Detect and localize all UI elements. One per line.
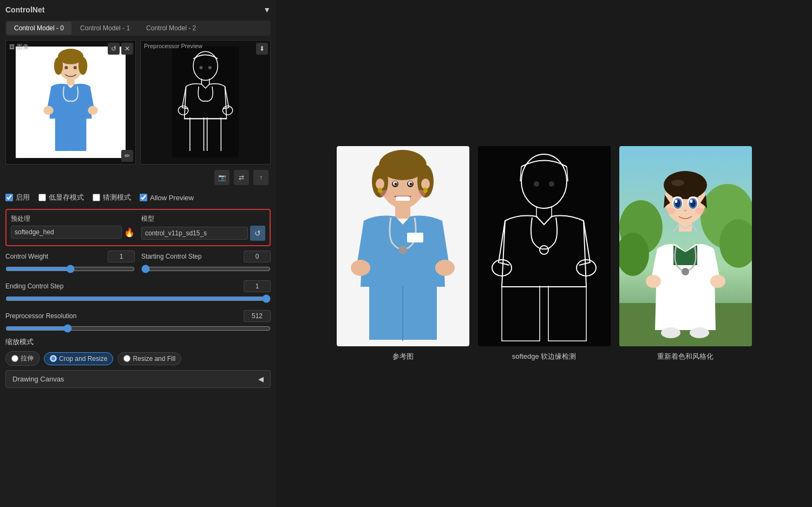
download-preview-btn[interactable]: ⬇: [256, 43, 268, 55]
gallery-image-1: [478, 146, 611, 346]
drawing-canvas-btn[interactable]: Drawing Canvas ◀: [5, 370, 271, 388]
svg-point-6: [43, 106, 53, 115]
svg-point-38: [394, 182, 397, 185]
scale-resize-fill-radio[interactable]: [123, 355, 130, 362]
svg-point-12: [74, 66, 77, 69]
svg-point-51: [549, 181, 554, 187]
svg-point-7: [88, 106, 97, 115]
starting-step-label: Starting Control Step: [141, 253, 201, 260]
collapse-icon[interactable]: ▼: [263, 5, 271, 14]
control-weight-label: Control Weight: [5, 253, 48, 260]
preprocessor-select-row: softedge_hed 🔥: [11, 226, 135, 239]
gallery-anime-svg: [619, 146, 752, 346]
starting-step-label-row: Starting Control Step: [141, 251, 271, 262]
ending-step-value[interactable]: [244, 280, 271, 292]
gallery-caption-2: 重新着色和风格化: [657, 352, 713, 361]
allow-preview-checkbox[interactable]: [140, 194, 147, 201]
low-vram-checkbox-item[interactable]: 低显存模式: [38, 193, 84, 202]
svg-point-18: [208, 66, 212, 69]
ending-step-slider[interactable]: [5, 294, 271, 303]
scale-resize-fill-label: Resize and Fill: [133, 355, 175, 363]
scale-stretch-item[interactable]: 拉伸: [5, 351, 40, 366]
right-panel: 参考图: [276, 0, 812, 507]
enable-checkbox-item[interactable]: 启用: [5, 193, 30, 202]
svg-rect-61: [679, 222, 692, 232]
model-select[interactable]: control_v11p_sd15_s: [141, 227, 248, 240]
preview-image: [150, 47, 260, 157]
source-image-label: 🖼 图像: [9, 43, 29, 51]
svg-point-11: [64, 66, 68, 69]
send-btn[interactable]: ↑: [253, 170, 269, 185]
fire-icon: 🔥: [124, 227, 135, 238]
control-weight-slider-wrap: [5, 265, 135, 275]
scale-mode-section: 缩放模式 拉伸 Crop and Resize Resize and Fill: [5, 337, 271, 366]
svg-point-17: [199, 66, 202, 69]
control-weight-value[interactable]: [108, 251, 135, 262]
source-image: [16, 47, 126, 157]
two-col-sliders: Control Weight Starting Control Step: [5, 251, 271, 275]
preprocessor-res-slider[interactable]: [5, 324, 271, 333]
close-source-btn[interactable]: ✕: [121, 43, 133, 55]
edge-preview-svg: [150, 47, 260, 157]
preprocessor-label: 预处理: [11, 214, 135, 223]
scale-resize-fill-item[interactable]: Resize and Fill: [117, 352, 181, 365]
edit-source-btn[interactable]: ✏: [121, 150, 133, 162]
gallery-item-2: 重新着色和风格化: [619, 146, 752, 361]
allow-preview-checkbox-item[interactable]: Allow Preview: [140, 194, 194, 202]
gallery-image-2: [619, 146, 752, 346]
svg-rect-5: [67, 79, 74, 85]
refresh-source-btn[interactable]: ↺: [108, 43, 120, 55]
ending-step-section: Ending Control Step: [5, 280, 271, 305]
action-row: 📷 ⇄ ↑: [5, 169, 271, 186]
svg-point-50: [534, 181, 539, 187]
preprocessor-select[interactable]: softedge_hed: [11, 226, 122, 239]
gallery-item-0: 参考图: [337, 146, 469, 361]
tab-control-model-1[interactable]: Control Model - 1: [73, 22, 137, 35]
svg-point-60: [671, 180, 684, 186]
svg-rect-10: [73, 118, 87, 152]
svg-rect-40: [396, 196, 410, 201]
preview-image-controls: ⬇: [256, 43, 268, 55]
svg-point-39: [409, 182, 412, 185]
svg-point-41: [380, 190, 391, 197]
drawing-canvas-icon: ◀: [258, 375, 264, 383]
gallery: 参考图: [337, 146, 752, 361]
scale-crop-resize-radio[interactable]: [50, 355, 57, 362]
preview-image-label: Preprocessor Preview: [144, 43, 202, 49]
ending-step-label-row: Ending Control Step: [5, 280, 271, 292]
svg-point-71: [695, 208, 706, 214]
low-vram-label: 低显存模式: [49, 193, 84, 202]
svg-point-72: [646, 275, 661, 288]
tab-control-model-2[interactable]: Control Model - 2: [139, 22, 204, 35]
allow-preview-label: Allow Preview: [150, 194, 194, 202]
ending-step-label: Ending Control Step: [5, 282, 63, 290]
swap-btn[interactable]: ⇄: [234, 170, 249, 185]
tabs-container: Control Model - 0 Control Model - 1 Cont…: [5, 21, 271, 36]
model-refresh-btn[interactable]: ↺: [250, 226, 265, 241]
svg-point-73: [710, 275, 725, 288]
starting-step-slider[interactable]: [141, 265, 271, 273]
low-vram-checkbox[interactable]: [38, 194, 46, 201]
guess-mode-checkbox-item[interactable]: 猜测模式: [93, 193, 131, 202]
tab-control-model-0[interactable]: Control Model - 0: [6, 22, 71, 35]
camera-btn[interactable]: 📷: [214, 170, 230, 185]
svg-point-77: [690, 327, 709, 338]
svg-rect-9: [55, 118, 69, 152]
preprocessor-res-value[interactable]: [244, 310, 271, 322]
enable-checkbox[interactable]: [5, 194, 13, 201]
scale-stretch-radio[interactable]: [11, 355, 18, 362]
guess-mode-checkbox[interactable]: [93, 194, 100, 201]
gallery-edge-svg: [478, 146, 611, 346]
scale-crop-resize-item[interactable]: Crop and Resize: [44, 352, 113, 365]
gallery-image-0: [337, 146, 469, 346]
control-weight-label-row: Control Weight: [5, 251, 135, 262]
nurse-photo-svg: [16, 47, 126, 157]
checkbox-row: 启用 低显存模式 猜测模式 Allow Preview: [5, 190, 271, 205]
control-weight-slider[interactable]: [5, 265, 135, 273]
panel-title: ControlNet: [5, 5, 44, 14]
left-panel: ControlNet ▼ Control Model - 0 Control M…: [0, 0, 276, 507]
model-select-row: control_v11p_sd15_s ↺: [141, 226, 265, 241]
drawing-canvas-label: Drawing Canvas: [12, 375, 64, 383]
gallery-nurse-svg: [337, 146, 469, 346]
starting-step-value[interactable]: [244, 251, 271, 262]
